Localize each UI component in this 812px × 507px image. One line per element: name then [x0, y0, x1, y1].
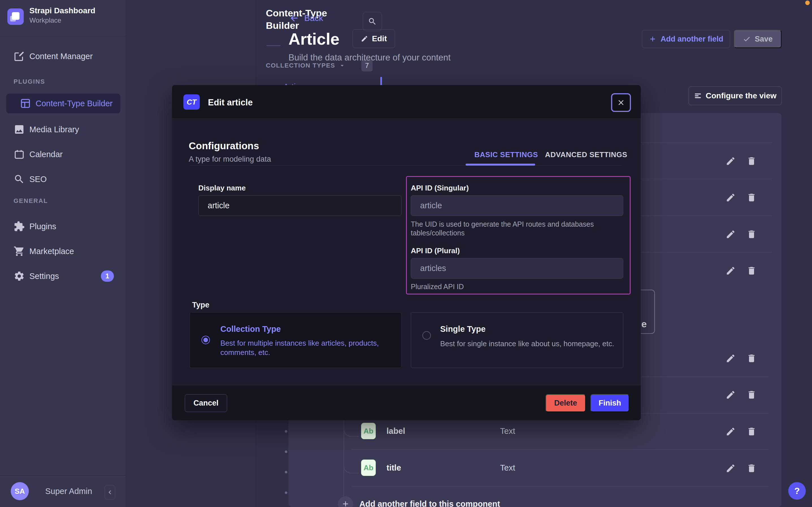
user-avatar[interactable]: SA — [11, 482, 29, 500]
type-label: Type — [192, 301, 209, 309]
modal-subheading: A type for modeling data — [189, 155, 271, 164]
user-name[interactable]: Super Admin — [45, 487, 92, 496]
strapi-logo-shape-2 — [10, 16, 16, 21]
tabs-divider — [190, 165, 622, 166]
api-id-singular-helper: The UID is used to generate the API rout… — [411, 220, 603, 237]
edit-pencil-icon[interactable] — [724, 463, 737, 474]
api-id-plural-input[interactable]: articles — [411, 258, 623, 279]
add-component-field-row[interactable]: Add another field to this component — [338, 496, 500, 507]
media-library-icon — [13, 124, 25, 135]
caret-down-icon — [338, 62, 346, 69]
configure-lines-icon — [694, 92, 702, 100]
tree-elbow — [343, 452, 359, 473]
page-title: Article — [289, 30, 339, 48]
modal-title: Edit article — [208, 98, 253, 108]
sidebar-section-plugins: PLUGINS — [13, 78, 45, 86]
sidebar-divider — [0, 36, 126, 36]
trash-icon[interactable] — [745, 265, 758, 276]
check-icon — [743, 35, 751, 43]
api-id-plural-helper: Pluralized API ID — [411, 282, 464, 291]
trash-icon[interactable] — [745, 389, 758, 400]
panel-search-button[interactable] — [363, 12, 382, 31]
edit-pencil-icon[interactable] — [724, 353, 737, 364]
content-type-builder-icon — [20, 98, 31, 109]
sidebar-item-settings[interactable]: Settings 1 — [0, 266, 126, 286]
sidebar-item-media-library[interactable]: Media Library — [0, 120, 126, 139]
edit-button[interactable]: Edit — [353, 30, 395, 48]
collection-type-card[interactable]: Collection Type Best for multiple instan… — [190, 312, 401, 368]
edit-pencil-icon[interactable] — [724, 229, 737, 240]
radio-unselected-icon[interactable] — [422, 331, 431, 340]
field-name: label — [386, 427, 405, 436]
settings-notification-badge: 1 — [101, 271, 114, 282]
radio-selected-icon[interactable] — [201, 336, 210, 344]
page-subtitle: Build the data architecture of your cont… — [289, 53, 451, 63]
tab-advanced-settings[interactable]: ADVANCED SETTINGS — [545, 150, 627, 159]
display-name-label: Display name — [198, 184, 246, 192]
sidebar-section-general: GENERAL — [13, 197, 48, 205]
collection-types-header[interactable]: COLLECTION TYPES — [266, 62, 346, 69]
trash-icon[interactable] — [745, 463, 758, 474]
delete-button[interactable]: Delete — [546, 394, 586, 412]
help-button[interactable]: ? — [788, 482, 806, 500]
field-name: title — [386, 463, 401, 472]
sidebar-collapse-button[interactable] — [105, 485, 115, 500]
modal-close-button[interactable] — [611, 93, 631, 112]
marketplace-cart-icon — [13, 245, 25, 257]
edit-pencil-icon[interactable] — [724, 389, 737, 400]
sidebar-item-content-type-builder[interactable]: Content-Type Builder — [6, 94, 120, 113]
edit-pencil-icon[interactable] — [724, 265, 737, 276]
field-type: Text — [500, 427, 515, 436]
strapi-logo — [7, 8, 24, 25]
panel-title-divider — [266, 45, 280, 46]
modal-heading: Configurations — [189, 140, 259, 152]
edit-pencil-icon[interactable] — [724, 192, 737, 203]
content-manager-icon — [13, 51, 25, 62]
row-divider — [352, 449, 768, 450]
back-link[interactable]: Back — [289, 13, 323, 23]
field-type-badge-text: Ab — [361, 423, 376, 439]
api-id-singular-input[interactable]: article — [411, 195, 623, 216]
api-id-plural-label: API ID (Plural) — [411, 246, 460, 255]
field-type-badge-text: Ab — [361, 459, 376, 476]
edit-pencil-icon[interactable] — [724, 426, 737, 437]
display-name-input[interactable]: article — [198, 195, 401, 216]
calendar-icon — [13, 149, 25, 160]
settings-gear-icon — [13, 271, 25, 282]
plus-circle-icon — [338, 496, 353, 507]
workspace-subtitle: Workplace — [29, 16, 61, 24]
seo-search-icon — [13, 173, 25, 185]
save-button[interactable]: Save — [734, 30, 782, 48]
field-type: Text — [500, 463, 515, 472]
trash-icon[interactable] — [745, 353, 758, 364]
configure-the-view-button[interactable]: Configure the view — [689, 87, 782, 105]
edit-pencil-icon[interactable] — [724, 156, 737, 166]
content-type-badge: CT — [183, 94, 200, 110]
trash-icon[interactable] — [745, 229, 758, 240]
trash-icon[interactable] — [745, 192, 758, 203]
search-icon — [368, 17, 377, 26]
plus-icon — [649, 35, 657, 43]
single-type-card[interactable]: Single Type Best for single instance lik… — [411, 312, 623, 368]
workspace-title: Strapi Dashboard — [29, 6, 95, 15]
plugins-puzzle-icon — [13, 221, 25, 232]
trash-icon[interactable] — [745, 426, 758, 437]
active-tab-underline — [465, 164, 535, 166]
cancel-button[interactable]: Cancel — [185, 394, 227, 412]
finish-button[interactable]: Finish — [590, 394, 629, 412]
main-sidebar: Strapi Dashboard Workplace Content Manag… — [0, 0, 126, 507]
sidebar-item-content-manager[interactable]: Content Manager — [0, 46, 126, 66]
tab-basic-settings[interactable]: BASIC SETTINGS — [475, 150, 538, 159]
sidebar-item-seo[interactable]: SEO — [0, 169, 126, 189]
sidebar-item-calendar[interactable]: Calendar — [0, 145, 126, 164]
trash-icon[interactable] — [745, 156, 758, 166]
sidebar-item-plugins[interactable]: Plugins — [0, 217, 126, 236]
partial-text: e — [641, 319, 647, 330]
add-another-field-button[interactable]: Add another field — [642, 30, 730, 48]
close-x-icon — [617, 98, 625, 107]
strapi-app-window: Strapi Dashboard Workplace Content Manag… — [0, 0, 812, 507]
sidebar-item-marketplace[interactable]: Marketplace — [0, 241, 126, 261]
edit-pencil-icon — [361, 35, 368, 42]
back-arrow-icon — [289, 13, 299, 23]
collapse-chevron-icon — [106, 488, 114, 496]
